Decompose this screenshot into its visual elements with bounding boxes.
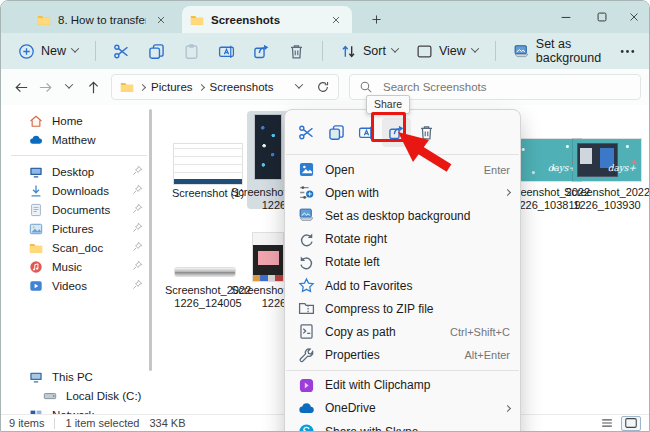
file-label[interactable]: Screenshot_20221226_103930 <box>561 186 650 212</box>
menu-item-copy-as-path[interactable]: Copy as path Ctrl+Shift+C <box>285 320 520 343</box>
delete-button[interactable] <box>412 118 441 147</box>
sort-arrows-icon <box>340 43 357 60</box>
sidebar-item-scan-doc[interactable]: Scan_doc <box>1 238 157 257</box>
sidebar-item-videos[interactable]: Videos <box>1 276 157 295</box>
wallpaper-icon <box>298 207 315 224</box>
menu-item-onedrive[interactable]: OneDrive <box>285 397 520 420</box>
onedrive-cloud-icon <box>298 400 315 417</box>
pin-icon <box>132 260 143 271</box>
copy-button[interactable] <box>141 38 172 65</box>
share-icon <box>253 43 270 60</box>
view-button[interactable]: View <box>409 38 485 65</box>
rename-button[interactable] <box>211 38 242 65</box>
annotation-highlight-box <box>371 112 406 142</box>
folder-icon <box>120 80 134 94</box>
rename-icon <box>218 43 235 60</box>
paste-button[interactable] <box>176 38 207 65</box>
thumbnail-view-button[interactable] <box>621 416 641 431</box>
file-thumbnail-teal-1[interactable]: days+ <box>513 139 581 181</box>
delete-button[interactable] <box>281 38 312 65</box>
tab-label: Screenshots <box>211 14 321 26</box>
menu-item-rotate-left[interactable]: Rotate left <box>285 251 520 274</box>
sidebar-item-pictures[interactable]: Pictures <box>1 219 157 238</box>
new-button[interactable]: New <box>11 38 85 65</box>
file-thumbnail-selected[interactable] <box>255 115 281 179</box>
sidebar-scrollbar[interactable] <box>149 109 152 371</box>
paste-icon <box>183 43 200 60</box>
chevron-down-icon[interactable] <box>295 80 303 88</box>
recent-locations-button[interactable] <box>57 75 81 99</box>
sidebar-item-downloads[interactable]: Downloads <box>1 181 157 200</box>
rotate-right-icon <box>298 231 315 248</box>
wallpaper-icon <box>513 43 530 60</box>
status-divider <box>54 418 55 429</box>
folder-icon <box>29 241 43 255</box>
maximize-button[interactable] <box>587 5 617 29</box>
menu-item-label: Open with <box>325 186 505 200</box>
cut-icon <box>113 43 130 60</box>
breadcrumb-chevron-icon <box>198 83 205 90</box>
cut-button[interactable] <box>292 118 321 147</box>
tab-close-icon[interactable] <box>328 12 344 28</box>
chevron-down-icon <box>391 44 399 52</box>
sidebar-item-this-pc[interactable]: This PC <box>1 367 157 386</box>
refresh-icon[interactable] <box>316 80 330 94</box>
menu-item-label: Edit with Clipchamp <box>325 378 510 392</box>
menu-item-rotate-right[interactable]: Rotate right <box>285 228 520 251</box>
close-button[interactable] <box>619 5 649 29</box>
copy-button[interactable] <box>322 118 351 147</box>
tab-how-to-transfer[interactable]: 8. How to transfer data from a <box>29 6 177 33</box>
breadcrumb-pictures[interactable]: Pictures <box>151 81 193 93</box>
details-view-button[interactable] <box>597 416 617 431</box>
file-thumbnail-dark[interactable] <box>253 233 283 281</box>
breadcrumb-screenshots[interactable]: Screenshots <box>210 81 274 93</box>
chevron-down-icon <box>471 44 479 52</box>
search-input[interactable] <box>381 80 631 94</box>
share-button[interactable] <box>246 38 277 65</box>
menu-item-add-to-favorites[interactable]: Add to Favorites <box>285 274 520 297</box>
computer-icon <box>29 370 43 384</box>
path-icon <box>298 323 315 340</box>
menu-item-properties[interactable]: Properties Alt+Enter <box>285 344 520 367</box>
copy-icon <box>148 43 165 60</box>
menu-item-share-with-skype[interactable]: Share with Skype <box>285 420 520 432</box>
folder-icon <box>190 13 204 27</box>
open-with-icon <box>298 184 315 201</box>
forward-button[interactable] <box>33 75 57 99</box>
sidebar-item-desktop[interactable]: Desktop <box>1 162 157 181</box>
new-label: New <box>41 44 66 58</box>
set-as-background-button[interactable]: Set as background <box>506 32 608 70</box>
sidebar-item-documents[interactable]: Documents <box>1 200 157 219</box>
file-thumbnail-laptop[interactable] <box>175 268 235 276</box>
address-bar[interactable]: Pictures Screenshots <box>111 74 339 100</box>
thumbnail-text: days+ <box>548 163 576 173</box>
menu-item-shortcut: Ctrl+Shift+C <box>450 326 510 338</box>
back-button[interactable] <box>9 75 33 99</box>
tab-screenshots[interactable]: Screenshots <box>182 6 352 33</box>
sort-button[interactable]: Sort <box>333 38 405 65</box>
sidebar-item-local-disk-c[interactable]: Local Disk (C:) <box>1 386 157 405</box>
menu-item-edit-with-clipchamp[interactable]: Edit with Clipchamp <box>285 374 520 397</box>
menu-item-compress-to-zip[interactable]: Compress to ZIP file <box>285 297 520 320</box>
cut-button[interactable] <box>106 38 137 65</box>
minimize-button[interactable] <box>551 5 581 29</box>
toolbar-divider <box>95 41 96 61</box>
sidebar-item-home[interactable]: Home <box>1 111 157 130</box>
more-options-button[interactable] <box>612 38 643 65</box>
cut-icon <box>298 124 315 141</box>
sidebar-gap <box>1 295 157 367</box>
tab-close-icon[interactable] <box>153 12 169 28</box>
new-tab-button[interactable] <box>366 9 386 29</box>
sidebar-item-onedrive-matthew[interactable]: Matthew <box>1 130 157 149</box>
view-label: View <box>439 44 466 58</box>
file-thumbnail-screenshot-1[interactable] <box>174 144 242 184</box>
sidebar-item-label: Home <box>52 115 83 127</box>
menu-item-open-with[interactable]: Open with <box>285 181 520 204</box>
menu-item-set-as-desktop-background[interactable]: Set as desktop background <box>285 204 520 227</box>
menu-item-open[interactable]: Open Enter <box>285 158 520 181</box>
menu-item-shortcut: Alt+Enter <box>464 349 510 361</box>
file-thumbnail-teal-2[interactable]: days+ <box>573 139 641 181</box>
up-button[interactable] <box>81 75 105 99</box>
sidebar-item-music[interactable]: Music <box>1 257 157 276</box>
sidebar-item-label: This PC <box>52 371 93 383</box>
